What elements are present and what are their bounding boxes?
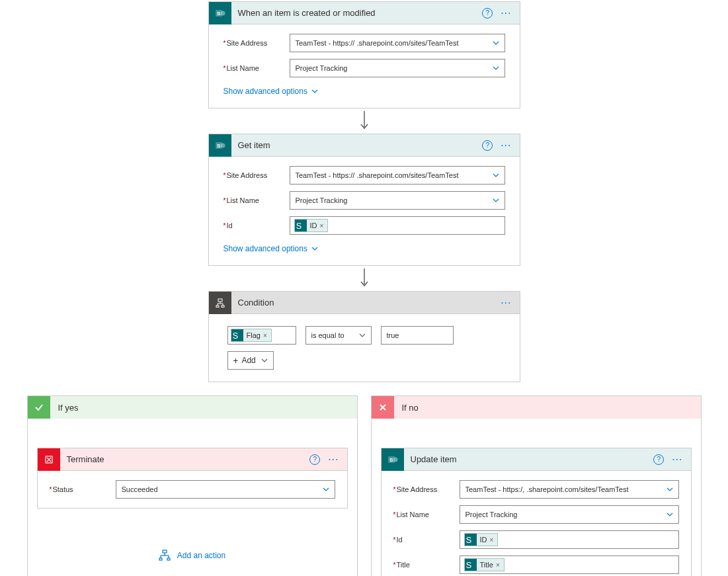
condition-value-input[interactable]: true bbox=[381, 326, 454, 345]
if-yes-branch: If yes Terminate ? ··· bbox=[27, 395, 358, 576]
show-advanced-link[interactable]: Show advanced options bbox=[223, 87, 318, 96]
condition-title: Condition bbox=[231, 298, 499, 308]
help-icon[interactable]: ? bbox=[653, 454, 664, 465]
status-dropdown[interactable]: Succeeded bbox=[116, 480, 335, 499]
update-item-card: S Update item ? ··· Site Address bbox=[381, 448, 692, 576]
trigger-title: When an item is created or modified bbox=[231, 8, 483, 18]
get-item-header[interactable]: S Get item ? ··· bbox=[209, 134, 520, 157]
id-input[interactable]: SID× bbox=[460, 530, 679, 549]
id-token[interactable]: S ID × bbox=[294, 219, 329, 232]
svg-text:S: S bbox=[465, 536, 471, 545]
terminate-title: Terminate bbox=[60, 454, 310, 464]
sharepoint-icon: S bbox=[209, 134, 231, 157]
site-address-label: Site Address bbox=[223, 171, 290, 179]
add-action-icon bbox=[159, 550, 171, 561]
svg-rect-23 bbox=[159, 558, 162, 560]
sharepoint-icon: S bbox=[209, 2, 231, 24]
trigger-card: S When an item is created or modified ? … bbox=[208, 1, 520, 108]
svg-rect-14 bbox=[216, 306, 219, 308]
flow-arrow bbox=[358, 108, 371, 134]
flow-arrow bbox=[358, 266, 371, 291]
list-name-dropdown[interactable]: Project Tracking bbox=[290, 191, 505, 210]
status-label: Status bbox=[50, 485, 116, 493]
get-item-title: Get item bbox=[231, 140, 483, 150]
add-condition-button[interactable]: + Add bbox=[227, 351, 274, 370]
svg-point-6 bbox=[220, 143, 225, 147]
x-icon bbox=[372, 396, 394, 419]
list-name-label: List Name bbox=[223, 64, 290, 72]
list-name-dropdown[interactable]: Project Tracking bbox=[460, 505, 679, 524]
add-action-button[interactable]: Add an action bbox=[159, 550, 225, 561]
more-menu[interactable]: ··· bbox=[498, 297, 514, 309]
trigger-header[interactable]: S When an item is created or modified ? … bbox=[209, 2, 520, 24]
sharepoint-icon: S bbox=[382, 448, 404, 471]
list-name-label: List Name bbox=[223, 196, 290, 204]
condition-icon bbox=[209, 292, 231, 314]
condition-operator-dropdown[interactable]: is equal to bbox=[305, 326, 372, 345]
site-address-dropdown[interactable]: TeamTest - https:/, .sharepoint.com/site… bbox=[460, 480, 679, 499]
check-icon bbox=[28, 396, 50, 419]
title-input[interactable]: STitle× bbox=[460, 555, 679, 574]
condition-header[interactable]: Condition ··· bbox=[209, 292, 520, 314]
show-advanced-link[interactable]: Show advanced options bbox=[223, 244, 318, 253]
terminate-card: Terminate ? ··· Status Succeeded bbox=[37, 448, 348, 509]
help-icon[interactable]: ? bbox=[482, 8, 493, 19]
id-token[interactable]: SID× bbox=[464, 533, 499, 546]
svg-rect-18 bbox=[163, 550, 167, 553]
svg-text:S: S bbox=[217, 143, 221, 149]
more-menu[interactable]: ··· bbox=[498, 7, 514, 19]
get-item-card: S Get item ? ··· Site Address TeamTest -… bbox=[208, 134, 520, 266]
help-icon[interactable]: ? bbox=[482, 140, 493, 151]
site-address-label: Site Address bbox=[223, 39, 290, 47]
svg-rect-9 bbox=[218, 299, 222, 302]
terminate-icon bbox=[38, 448, 60, 471]
plus-icon: + bbox=[233, 355, 238, 366]
svg-text:S: S bbox=[232, 331, 237, 341]
update-item-header[interactable]: S Update item ? ··· bbox=[382, 448, 691, 471]
condition-left-input[interactable]: S Flag × bbox=[227, 326, 296, 345]
remove-token-icon[interactable]: × bbox=[496, 561, 500, 569]
svg-text:S: S bbox=[217, 11, 221, 17]
more-menu[interactable]: ··· bbox=[669, 454, 685, 466]
list-name-label: List Name bbox=[393, 511, 460, 518]
id-input[interactable]: S ID × bbox=[290, 216, 505, 235]
remove-token-icon[interactable]: × bbox=[263, 332, 267, 339]
svg-point-2 bbox=[220, 11, 225, 15]
site-address-dropdown[interactable]: TeamTest - https:// .sharepoint.com/site… bbox=[290, 166, 505, 185]
site-address-dropdown[interactable]: TeamTest - https:// .sharepoint.com/site… bbox=[290, 34, 505, 52]
id-label: Id bbox=[393, 536, 460, 544]
if-no-header: If no bbox=[372, 396, 701, 419]
svg-text:S: S bbox=[296, 222, 301, 231]
site-address-label: Site Address bbox=[393, 485, 460, 493]
remove-token-icon[interactable]: × bbox=[320, 222, 324, 229]
svg-point-27 bbox=[393, 457, 397, 462]
if-no-branch: If no S Update item ? ··· bbox=[371, 395, 702, 576]
update-item-title: Update item bbox=[404, 454, 654, 464]
title-token[interactable]: STitle× bbox=[464, 558, 505, 571]
title-label: Title bbox=[393, 561, 460, 569]
if-yes-header: If yes bbox=[28, 396, 357, 419]
terminate-header[interactable]: Terminate ? ··· bbox=[38, 448, 347, 471]
svg-text:S: S bbox=[465, 561, 471, 570]
svg-rect-24 bbox=[167, 558, 170, 560]
more-menu[interactable]: ··· bbox=[325, 454, 341, 466]
if-no-title: If no bbox=[394, 403, 419, 413]
if-yes-title: If yes bbox=[50, 403, 79, 413]
more-menu[interactable]: ··· bbox=[498, 140, 514, 151]
svg-rect-15 bbox=[222, 306, 224, 308]
svg-text:S: S bbox=[389, 457, 393, 463]
list-name-dropdown[interactable]: Project Tracking bbox=[290, 59, 505, 77]
condition-card: Condition ··· S Flag × is equal to bbox=[208, 291, 520, 382]
help-icon[interactable]: ? bbox=[309, 454, 320, 465]
remove-token-icon[interactable]: × bbox=[490, 536, 494, 544]
id-label: Id bbox=[223, 222, 290, 229]
flag-token[interactable]: S Flag × bbox=[231, 329, 272, 342]
